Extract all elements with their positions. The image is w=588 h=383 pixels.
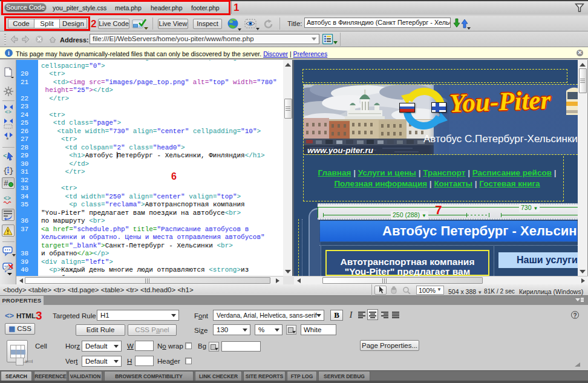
svg-text:<>: <> xyxy=(5,110,11,114)
svg-text:}: } xyxy=(9,166,14,175)
svg-text:<>: <> xyxy=(4,195,11,202)
svg-text:*: * xyxy=(5,137,10,143)
svg-text:#: # xyxy=(4,179,8,188)
svg-text:<: < xyxy=(3,152,7,160)
svg-text:{: { xyxy=(3,166,8,175)
